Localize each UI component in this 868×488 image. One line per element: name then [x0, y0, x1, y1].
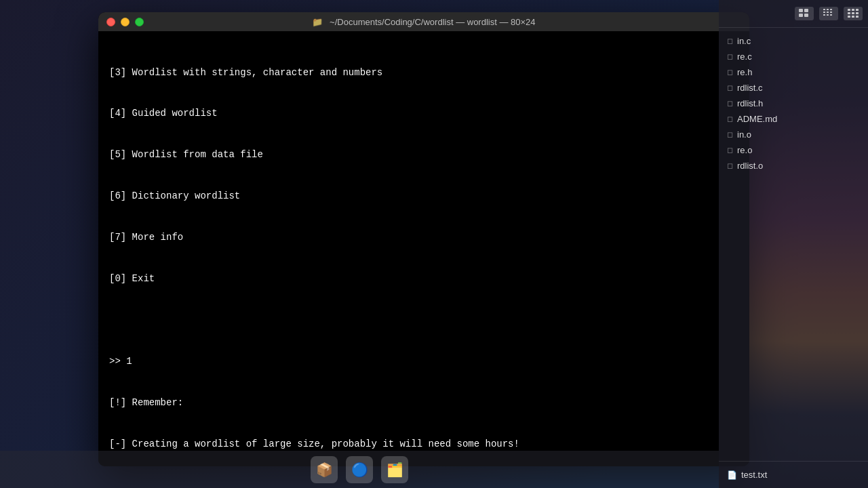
terminal-line: [!] Remember: [109, 396, 738, 409]
svg-rect-3 [804, 14, 808, 17]
svg-rect-8 [827, 12, 829, 13]
sidebar-file-name: ADME.md [737, 114, 777, 124]
txt-file-icon: 📄 [727, 470, 737, 480]
dots-grid-icon [823, 9, 834, 18]
sidebar-toolbar [719, 0, 868, 28]
minimize-button[interactable] [121, 18, 130, 26]
folder-icon: 📁 [312, 17, 323, 27]
sidebar-file-re-o[interactable]: ◻ re.o [719, 142, 868, 158]
sidebar-file-rdlist-o[interactable]: ◻ rdlist.o [719, 158, 868, 174]
svg-rect-1 [804, 9, 808, 12]
terminal-window: 📁 ~/Documents/Coding/C/wordlist — wordli… [98, 12, 749, 466]
sidebar-file-name: test.txt [741, 470, 767, 480]
sidebar-view-btn-2[interactable] [819, 7, 838, 20]
dock-item-airdrop[interactable]: 🔵 [346, 456, 373, 483]
sidebar-file-name: rdlist.c [737, 83, 763, 93]
sidebar-file-re-c[interactable]: ◻ re.c [719, 49, 868, 64]
sidebar-file-name: in.c [737, 36, 751, 46]
svg-rect-15 [856, 9, 859, 11]
terminal-line: [5] Wordlist from data file [109, 148, 738, 161]
svg-rect-7 [823, 12, 825, 13]
terminal-line: [6] Dictionary wordlist [109, 189, 738, 203]
terminal-line: [0] Exit [109, 272, 738, 285]
titlebar-text: 📁 ~/Documents/Coding/C/wordlist — wordli… [312, 17, 535, 27]
file-icon: ◻ [727, 115, 733, 123]
empty-line [109, 313, 738, 327]
svg-rect-2 [799, 14, 803, 17]
svg-rect-4 [823, 9, 825, 10]
svg-rect-12 [830, 14, 832, 16]
sidebar-file-rdlist-c[interactable]: ◻ rdlist.c [719, 80, 868, 96]
svg-rect-9 [830, 12, 832, 13]
svg-rect-5 [827, 9, 829, 10]
sidebar-file-name: re.o [737, 145, 752, 155]
svg-rect-10 [823, 14, 825, 16]
sidebar-file-name: rdlist.h [737, 98, 763, 108]
terminal-line: [3] Wordlist with strings, character and… [109, 66, 738, 79]
svg-rect-0 [799, 9, 803, 12]
sidebar-view-btn-1[interactable] [795, 7, 814, 20]
file-icon: ◻ [727, 68, 733, 77]
sidebar-files: ◻ in.c ◻ re.c ◻ re.h ◻ rdlist.c ◻ rdlist… [719, 28, 868, 461]
svg-rect-14 [852, 9, 854, 11]
terminal-line: >> 1 [109, 354, 738, 368]
terminal-body[interactable]: [3] Wordlist with strings, character and… [98, 31, 749, 466]
file-icon: ◻ [727, 99, 733, 108]
sidebar-file-name: in.o [737, 129, 751, 140]
svg-rect-18 [856, 12, 859, 14]
sidebar-file-name: re.c [737, 52, 752, 62]
sidebar-file-re-h[interactable]: ◻ re.h [719, 64, 868, 80]
svg-rect-13 [848, 9, 850, 11]
sidebar-file-in-c[interactable]: ◻ in.c [719, 33, 868, 49]
svg-rect-21 [856, 16, 859, 18]
sidebar-bottom: 📄 test.txt [719, 461, 868, 488]
traffic-lights [106, 18, 144, 26]
terminal-line: [-] Creating a wordlist of large size, p… [109, 437, 738, 451]
svg-rect-20 [852, 16, 854, 18]
sidebar-file-name: re.h [737, 67, 752, 77]
sidebar-file-name: rdlist.o [737, 161, 763, 171]
terminal-line: [7] More info [109, 230, 738, 244]
dock-item-3[interactable]: 🗂️ [381, 456, 408, 483]
close-button[interactable] [106, 18, 115, 26]
sidebar-file-adme-md[interactable]: ◻ ADME.md [719, 111, 868, 127]
svg-rect-16 [848, 12, 850, 14]
svg-rect-17 [852, 12, 854, 14]
file-icon: ◻ [727, 161, 733, 170]
grid-2x2-icon [799, 9, 810, 18]
titlebar-title: ~/Documents/Coding/C/wordlist — wordlist… [330, 17, 535, 27]
file-icon: ◻ [727, 130, 733, 139]
dock: 📦 🔵 🗂️ [0, 451, 719, 488]
dock-item-1[interactable]: 📦 [311, 456, 338, 483]
svg-rect-6 [830, 9, 832, 10]
terminal-titlebar: 📁 ~/Documents/Coding/C/wordlist — wordli… [98, 12, 749, 31]
sidebar: ◻ in.c ◻ re.c ◻ re.h ◻ rdlist.c ◻ rdlist… [719, 0, 868, 488]
grid-3x3-icon [848, 9, 859, 18]
sidebar-view-btn-3[interactable] [844, 7, 863, 20]
terminal-line: [4] Guided wordlist [109, 106, 738, 120]
sidebar-file-in-o[interactable]: ◻ in.o [719, 127, 868, 142]
file-icon: ◻ [727, 146, 733, 155]
file-icon: ◻ [727, 52, 733, 61]
sidebar-file-test-txt[interactable]: 📄 test.txt [727, 467, 860, 483]
svg-rect-19 [848, 16, 850, 18]
file-icon: ◻ [727, 37, 733, 45]
file-icon: ◻ [727, 83, 733, 92]
sidebar-file-rdlist-h[interactable]: ◻ rdlist.h [719, 96, 868, 111]
maximize-button[interactable] [135, 18, 144, 26]
svg-rect-11 [827, 14, 829, 16]
